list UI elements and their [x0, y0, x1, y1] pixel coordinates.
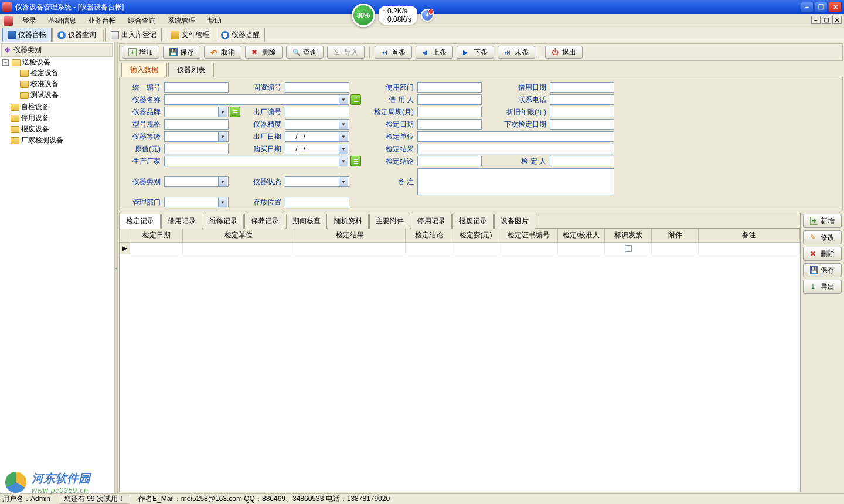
subtab-maint-record[interactable]: 保养记录 — [244, 214, 285, 229]
input-unified-no[interactable] — [164, 82, 229, 93]
tree-node-inspection[interactable]: −送检设备 — [2, 57, 113, 67]
maximize-button[interactable]: ❐ — [815, 2, 828, 12]
tree-node-scrapped[interactable]: 报废设备 — [2, 124, 113, 134]
menu-business[interactable]: 业务台帐 — [82, 14, 122, 28]
tab-data-entry[interactable]: 输入数据 — [121, 63, 167, 77]
input-calib-conclusion[interactable] — [417, 156, 482, 166]
add-button[interactable]: 增加 — [122, 46, 159, 59]
speed-accel-button[interactable]: ✦ — [421, 9, 434, 22]
prev-button[interactable]: 上条 — [416, 46, 453, 59]
input-remark[interactable] — [417, 168, 614, 195]
combo-inst-name[interactable]: ▼ — [164, 94, 349, 105]
menu-query[interactable]: 综合查询 — [122, 14, 162, 28]
subtab-borrow-record[interactable]: 借用记录 — [161, 214, 202, 229]
tab-file-management[interactable]: 文件管理 — [166, 28, 215, 42]
tree-node-calibrate[interactable]: 校准设备 — [12, 79, 113, 89]
side-delete-button[interactable]: 删除 — [803, 247, 842, 261]
input-factory-no[interactable] — [285, 107, 349, 117]
input-calib-result[interactable] — [417, 144, 614, 154]
tab-instrument-list[interactable]: 仪器列表 — [168, 63, 214, 77]
minimize-button[interactable]: − — [801, 2, 814, 12]
input-borrower[interactable] — [417, 94, 482, 105]
checkbox[interactable] — [625, 245, 632, 252]
side-export-button[interactable]: 导出 — [803, 280, 842, 294]
input-use-dept[interactable] — [417, 82, 482, 93]
import-button[interactable]: 导入 — [327, 46, 365, 59]
subtab-device-image[interactable]: 设备图片 — [494, 214, 535, 229]
col-calib-fee[interactable]: 检定费(元) — [452, 229, 499, 242]
chevron-down-icon[interactable]: ▼ — [339, 156, 348, 166]
tree-node-disabled[interactable]: 停用设备 — [2, 113, 113, 123]
tree-node-factory-test[interactable]: 厂家检测设备 — [2, 135, 113, 145]
combo-mfg-date[interactable]: ▼ — [285, 131, 349, 142]
tree-node-self-check[interactable]: 自检设备 — [2, 102, 113, 112]
tab-instrument-reminder[interactable]: 仪器提醒 — [216, 28, 265, 42]
subtab-random-doc[interactable]: 随机资料 — [328, 214, 369, 229]
save-button[interactable]: 保存 — [163, 46, 200, 59]
lookup-brand-button[interactable]: ☰ — [230, 107, 240, 117]
search-button[interactable]: 查询 — [286, 46, 324, 59]
input-model[interactable] — [164, 119, 229, 130]
subtab-repair-record[interactable]: 维修记录 — [203, 214, 244, 229]
input-location[interactable] — [285, 197, 349, 207]
chevron-down-icon[interactable]: ▼ — [339, 120, 348, 129]
delete-button[interactable]: 删除 — [245, 46, 283, 59]
col-attachment[interactable]: 附件 — [652, 229, 699, 242]
input-orig-value[interactable] — [164, 144, 229, 154]
subtab-scrap-record[interactable]: 报废记录 — [452, 214, 494, 229]
tab-in-out-register[interactable]: 出入库登记 — [106, 28, 162, 42]
last-button[interactable]: 末条 — [498, 46, 535, 59]
mdi-close[interactable]: ✕ — [832, 16, 842, 24]
input-calib-date[interactable] — [417, 119, 482, 130]
chevron-down-icon[interactable]: ▼ — [218, 107, 227, 117]
side-new-button[interactable]: 新增 — [803, 214, 842, 228]
col-calib-date[interactable]: 检定日期 — [130, 229, 183, 242]
combo-purchase-date[interactable]: ▼ — [285, 144, 349, 154]
input-fixed-asset[interactable] — [285, 82, 349, 93]
col-cert-no[interactable]: 检定证书编号 — [499, 229, 558, 242]
input-calib-unit[interactable] — [417, 131, 614, 142]
lookup-name-button[interactable]: ☰ — [350, 94, 361, 105]
grid-body[interactable]: ▶ — [120, 243, 800, 492]
tree-node-test[interactable]: 测试设备 — [12, 90, 113, 100]
next-button[interactable]: 下条 — [457, 46, 494, 59]
combo-category[interactable]: ▼ — [164, 176, 229, 187]
chevron-down-icon[interactable]: ▼ — [339, 95, 348, 104]
input-calib-cycle[interactable] — [417, 107, 482, 117]
tab-instrument-query[interactable]: 仪器查询 — [52, 28, 101, 42]
lookup-mfr-button[interactable]: ☰ — [350, 156, 361, 166]
col-calibrator[interactable]: 检定/校准人 — [558, 229, 605, 242]
input-next-calib[interactable] — [550, 119, 614, 130]
side-save-button[interactable]: 保存 — [803, 263, 842, 277]
subtab-disable-record[interactable]: 停用记录 — [411, 214, 452, 229]
mdi-restore[interactable]: ❐ — [822, 16, 831, 24]
chevron-down-icon[interactable]: ▼ — [218, 132, 227, 141]
chevron-down-icon[interactable]: ▼ — [339, 177, 348, 186]
subtab-main-accessory[interactable]: 主要附件 — [369, 214, 410, 229]
input-deprec[interactable] — [550, 107, 614, 117]
combo-mgmt-dept[interactable]: ▼ — [164, 197, 229, 207]
col-calib-result[interactable]: 检定结果 — [294, 229, 406, 242]
chevron-down-icon[interactable]: ▼ — [218, 197, 227, 207]
menu-basic-info[interactable]: 基础信息 — [42, 14, 82, 28]
col-calib-conclusion[interactable]: 检定结论 — [406, 229, 452, 242]
combo-status[interactable]: ▼ — [285, 176, 349, 187]
chevron-down-icon[interactable]: ▼ — [218, 177, 227, 186]
tab-instrument-ledger[interactable]: 仪器台帐 — [2, 28, 52, 42]
close-button[interactable]: ✕ — [829, 2, 842, 12]
col-badge-issue[interactable]: 标识发放 — [605, 229, 652, 242]
chevron-down-icon[interactable]: ▼ — [339, 132, 348, 141]
chevron-down-icon[interactable]: ▼ — [339, 144, 348, 154]
side-edit-button[interactable]: 修改 — [803, 230, 842, 244]
mdi-minimize[interactable]: − — [811, 16, 821, 24]
menu-system[interactable]: 系统管理 — [162, 14, 202, 28]
menu-login[interactable]: 登录 — [16, 14, 42, 28]
combo-grade[interactable]: ▼ — [164, 131, 229, 142]
subtab-interim-check[interactable]: 期间核查 — [286, 214, 327, 229]
combo-brand[interactable]: ▼ — [164, 107, 229, 117]
input-calibrator[interactable] — [550, 156, 614, 166]
input-borrow-date[interactable] — [550, 82, 614, 93]
exit-button[interactable]: 退出 — [545, 46, 583, 59]
combo-precision[interactable]: ▼ — [285, 119, 349, 130]
first-button[interactable]: 首条 — [375, 46, 412, 59]
